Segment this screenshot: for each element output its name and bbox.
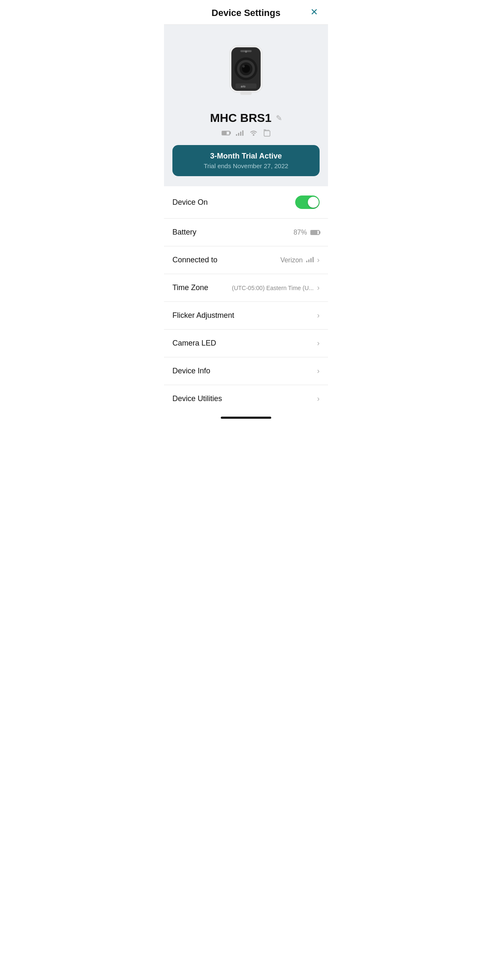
connected-to-network: Verizon xyxy=(280,256,303,264)
device-on-label: Device On xyxy=(172,198,208,207)
home-bar xyxy=(221,417,271,419)
close-button[interactable]: ✕ xyxy=(309,6,320,18)
page-title: Device Settings xyxy=(212,8,280,18)
flicker-label: Flicker Adjustment xyxy=(172,311,234,320)
battery-percentage: 87% xyxy=(294,229,307,236)
connected-to-label: Connected to xyxy=(172,256,217,264)
flicker-value: › xyxy=(317,311,320,320)
svg-rect-11 xyxy=(240,92,251,95)
status-icons-row xyxy=(222,129,270,137)
device-utilities-chevron: › xyxy=(317,394,320,403)
device-info-row[interactable]: Device Info › xyxy=(164,357,328,385)
signal-status-icon xyxy=(236,130,243,136)
camera-led-label: Camera LED xyxy=(172,339,216,348)
battery-icon xyxy=(310,230,320,235)
connected-to-chevron: › xyxy=(317,256,320,264)
svg-point-6 xyxy=(242,65,245,68)
device-name: MHC BRS1 xyxy=(210,111,271,125)
header: Device Settings ✕ xyxy=(164,0,328,25)
svg-text:arlo: arlo xyxy=(241,85,246,88)
camera-led-chevron: › xyxy=(317,339,320,348)
flicker-chevron: › xyxy=(317,311,320,320)
svg-point-12 xyxy=(253,134,254,136)
device-name-row: MHC BRS1 ✎ xyxy=(210,111,282,125)
connected-to-value: Verizon › xyxy=(280,256,320,264)
battery-status-icon xyxy=(222,131,230,135)
connection-status-icon xyxy=(249,130,258,136)
flicker-row[interactable]: Flicker Adjustment › xyxy=(164,302,328,330)
device-utilities-value: › xyxy=(317,394,320,403)
settings-list: Device On Battery 87% Connected to Veriz xyxy=(164,186,328,412)
timezone-chevron: › xyxy=(317,283,320,292)
edit-icon[interactable]: ✎ xyxy=(276,114,282,123)
trial-banner[interactable]: 3-Month Trial Active Trial ends November… xyxy=(172,145,320,176)
storage-status-icon xyxy=(264,129,270,137)
timezone-row[interactable]: Time Zone (UTC-05:00) Eastern Time (U...… xyxy=(164,274,328,302)
timezone-label: Time Zone xyxy=(172,283,208,292)
network-signal-icon xyxy=(306,256,314,264)
device-info-label: Device Info xyxy=(172,367,210,375)
battery-label: Battery xyxy=(172,228,196,237)
device-info-chevron: › xyxy=(317,367,320,375)
svg-rect-8 xyxy=(235,84,257,89)
trial-subtitle: Trial ends November 27, 2022 xyxy=(183,162,309,169)
hero-section: arlo MHC BRS1 ✎ xyxy=(164,25,328,186)
home-indicator xyxy=(164,412,328,425)
device-on-toggle[interactable] xyxy=(295,195,320,209)
camera-svg: arlo xyxy=(217,40,275,103)
svg-rect-13 xyxy=(264,131,270,136)
camera-led-value: › xyxy=(317,339,320,348)
trial-title: 3-Month Trial Active xyxy=(183,152,309,161)
timezone-text: (UTC-05:00) Eastern Time (U... xyxy=(232,285,314,291)
battery-row: Battery 87% xyxy=(164,219,328,246)
device-on-value xyxy=(295,195,320,209)
device-info-value: › xyxy=(317,367,320,375)
battery-value: 87% xyxy=(294,229,320,236)
toggle-thumb xyxy=(308,197,319,208)
device-utilities-row[interactable]: Device Utilities › xyxy=(164,385,328,412)
timezone-value: (UTC-05:00) Eastern Time (U... › xyxy=(232,283,320,292)
svg-point-10 xyxy=(245,51,247,53)
device-utilities-label: Device Utilities xyxy=(172,394,222,403)
connected-to-row[interactable]: Connected to Verizon › xyxy=(164,246,328,274)
camera-image: arlo xyxy=(212,37,280,105)
device-on-row[interactable]: Device On xyxy=(164,186,328,219)
camera-led-row[interactable]: Camera LED › xyxy=(164,330,328,357)
